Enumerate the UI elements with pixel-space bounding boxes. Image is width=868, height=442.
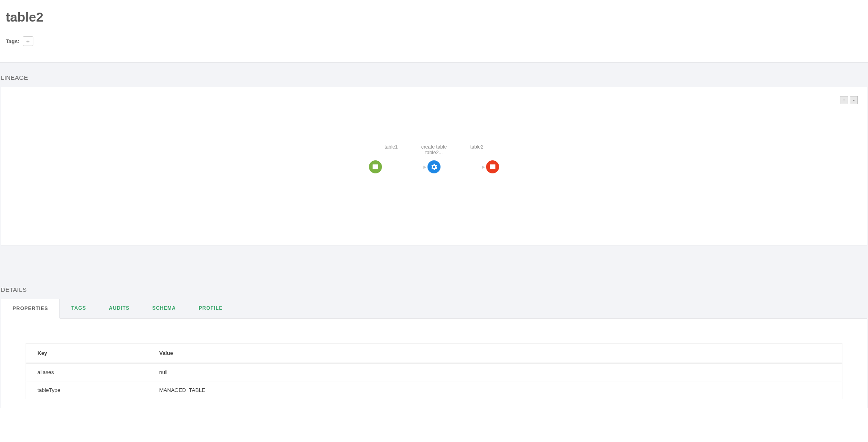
zoom-in-button[interactable]: + xyxy=(840,96,848,104)
table-row: aliases null xyxy=(26,363,842,381)
lineage-section: LINEAGE + - table1 create table table2..… xyxy=(0,62,868,408)
page-title: table2 xyxy=(6,10,862,25)
col-value: Value xyxy=(148,344,842,363)
tab-audits[interactable]: AUDITS xyxy=(98,299,141,318)
table-icon xyxy=(372,164,379,170)
lineage-node-table2[interactable] xyxy=(486,160,499,173)
table-icon xyxy=(489,164,496,170)
tags-label: Tags: xyxy=(6,38,20,44)
lineage-node-row xyxy=(369,160,499,174)
plus-icon: + xyxy=(26,38,30,44)
lineage-edge xyxy=(440,167,484,167)
entity-header: table2 Tags: + xyxy=(0,0,868,62)
svg-rect-1 xyxy=(373,164,378,166)
tags-row: Tags: + xyxy=(6,36,862,46)
details-heading: DETAILS xyxy=(0,275,868,299)
lineage-node-label: create table table2... xyxy=(412,144,455,155)
gear-icon xyxy=(431,164,437,170)
lineage-panel: + - table1 create table table2... table2 xyxy=(1,87,867,245)
prop-key: tableType xyxy=(26,381,148,399)
tab-profile[interactable]: PROFILE xyxy=(188,299,234,318)
prop-key: aliases xyxy=(26,363,148,381)
arrow-icon xyxy=(482,166,485,169)
details-section: DETAILS PROPERTIES TAGS AUDITS SCHEMA PR… xyxy=(0,245,868,408)
tab-tags[interactable]: TAGS xyxy=(60,299,97,318)
lineage-node-table1[interactable] xyxy=(369,160,382,173)
table-header-row: Key Value xyxy=(26,344,842,363)
properties-panel: Key Value aliases null tableType MANAGED… xyxy=(1,319,867,408)
lineage-graph: table1 create table table2... table2 xyxy=(369,144,499,174)
zoom-out-button[interactable]: - xyxy=(850,96,858,104)
properties-table: Key Value aliases null tableType MANAGED… xyxy=(26,343,842,399)
add-tag-button[interactable]: + xyxy=(23,36,33,46)
tabs-bar: PROPERTIES TAGS AUDITS SCHEMA PROFILE xyxy=(1,299,867,319)
prop-value: null xyxy=(148,363,842,381)
lineage-edge xyxy=(381,167,426,167)
lineage-heading: LINEAGE xyxy=(0,63,868,87)
tab-schema[interactable]: SCHEMA xyxy=(141,299,187,318)
svg-rect-7 xyxy=(490,164,495,166)
col-key: Key xyxy=(26,344,148,363)
prop-value: MANAGED_TABLE xyxy=(148,381,842,399)
lineage-node-process[interactable] xyxy=(427,160,441,173)
lineage-node-label: table1 xyxy=(370,144,412,155)
lineage-node-labels: table1 create table table2... table2 xyxy=(369,144,499,155)
arrow-icon xyxy=(423,166,426,169)
tab-properties[interactable]: PROPERTIES xyxy=(1,299,60,319)
lineage-node-label: table2 xyxy=(456,144,498,155)
table-row: tableType MANAGED_TABLE xyxy=(26,381,842,399)
zoom-controls: + - xyxy=(840,96,858,104)
